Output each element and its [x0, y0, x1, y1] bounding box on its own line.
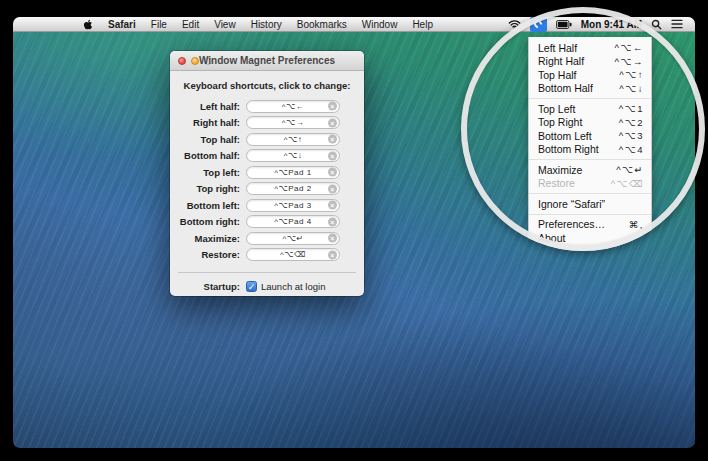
shortcut-field-bottom-left[interactable]: ^⌥Pad 3× [246, 199, 340, 212]
menu-item-label: About [538, 232, 644, 244]
clear-shortcut-button[interactable]: × [328, 250, 337, 259]
menu-item-shortcut: ⌘, [629, 219, 644, 230]
checkmark-icon: ✓ [248, 282, 256, 292]
screenshot-stage: Safari File Edit View History Bookmarks … [0, 0, 708, 461]
row-label: Bottom half: [170, 150, 246, 161]
shortcut-value: ^⌥↓ [284, 151, 302, 160]
clear-shortcut-button[interactable]: × [328, 151, 337, 160]
menu-item-shortcut: ^⌥← [615, 42, 644, 53]
menu-item-label: Top Left [538, 103, 619, 115]
clear-shortcut-button[interactable]: × [328, 217, 337, 226]
menu-bookmarks[interactable]: Bookmarks [297, 19, 347, 30]
launch-at-login-label: Launch at login [261, 281, 325, 292]
notification-center-icon[interactable] [671, 19, 683, 29]
clear-shortcut-button[interactable]: × [328, 201, 337, 210]
menu-item-label: Bottom Right [538, 143, 619, 155]
menu-safari[interactable]: Safari [108, 19, 136, 30]
shortcut-row-top-half: Top half: ^⌥↑× [170, 131, 364, 148]
menu-item-label: Top Half [538, 69, 619, 81]
menu-item-maximize[interactable]: Maximize^⌥↵ [529, 163, 651, 177]
clear-shortcut-button[interactable]: × [328, 118, 337, 127]
shortcut-value: ^⌥Pad 2 [274, 184, 311, 193]
shortcut-field-top-left[interactable]: ^⌥Pad 1× [246, 166, 340, 179]
shortcut-field-top-right[interactable]: ^⌥Pad 2× [246, 182, 340, 195]
shortcut-value: ^⌥↑ [284, 135, 302, 144]
menu-help[interactable]: Help [412, 19, 433, 30]
menu-history[interactable]: History [251, 19, 282, 30]
menu-item-label: Bottom Half [538, 82, 619, 94]
shortcut-field-left-half[interactable]: ^⌥←× [246, 100, 340, 113]
menu-edit[interactable]: Edit [182, 19, 199, 30]
menu-item-top-right[interactable]: Top Right^⌥2 [529, 116, 651, 130]
row-label: Right half: [170, 117, 246, 128]
instruction-text: Keyboard shortcuts, click to change: [170, 80, 364, 91]
startup-label: Startup: [170, 281, 246, 292]
shortcut-row-top-right: Top right: ^⌥Pad 2× [170, 181, 364, 198]
startup-row: Startup: ✓ Launch at login [170, 281, 364, 292]
shortcut-value: ^⌥← [282, 102, 304, 111]
menu-item-shortcut: ^⌥↓ [619, 83, 644, 94]
menu-item-label: Right Half [538, 55, 615, 67]
row-label: Top half: [170, 134, 246, 145]
shortcut-field-bottom-right[interactable]: ^⌥Pad 4× [246, 215, 340, 228]
menu-item-shortcut: ^⌥↑ [619, 69, 644, 80]
clear-shortcut-button[interactable]: × [328, 184, 337, 193]
shortcut-field-right-half[interactable]: ^⌥→× [246, 116, 340, 129]
row-label: Left half: [170, 101, 246, 112]
shortcut-field-bottom-half[interactable]: ^⌥↓× [246, 149, 340, 162]
shortcut-value: ^⌥→ [282, 118, 304, 127]
window-divider [178, 272, 356, 273]
menu-item-ignore-safari[interactable]: Ignore “Safari” [529, 197, 651, 211]
apple-menu-icon[interactable] [83, 19, 93, 30]
shortcut-row-restore: Restore: ^⌥⌫× [170, 247, 364, 264]
menu-separator [529, 159, 651, 160]
shortcut-field-restore[interactable]: ^⌥⌫× [246, 248, 340, 261]
shortcut-field-top-half[interactable]: ^⌥↑× [246, 133, 340, 146]
menu-item-top-half[interactable]: Top Half^⌥↑ [529, 68, 651, 82]
menu-separator [529, 214, 651, 215]
row-label: Bottom right: [170, 216, 246, 227]
menu-item-preferences[interactable]: Preferences…⌘, [529, 218, 651, 232]
clear-shortcut-button[interactable]: × [328, 168, 337, 177]
launch-at-login-checkbox[interactable]: ✓ [246, 281, 257, 292]
shortcut-row-maximize: Maximize: ^⌥↵× [170, 230, 364, 247]
menu-view[interactable]: View [214, 19, 236, 30]
menu-item-right-half[interactable]: Right Half^⌥→ [529, 55, 651, 69]
window-title: Window Magnet Preferences [170, 55, 364, 66]
menu-item-label: Maximize [538, 164, 616, 176]
row-label: Maximize: [170, 233, 246, 244]
menu-file[interactable]: File [151, 19, 167, 30]
shortcut-row-top-left: Top left: ^⌥Pad 1× [170, 164, 364, 181]
row-label: Restore: [170, 249, 246, 260]
menu-bar-left: Safari File Edit View History Bookmarks … [83, 19, 433, 30]
menu-item-shortcut: ^⌥3 [619, 130, 644, 141]
window-magnet-dropdown-menu: Left Half^⌥← Right Half^⌥→ Top Half^⌥↑ B… [528, 37, 652, 251]
shortcut-row-bottom-left: Bottom left: ^⌥Pad 3× [170, 197, 364, 214]
menu-item-label: Top Right [538, 116, 619, 128]
menu-item-bottom-right[interactable]: Bottom Right^⌥4 [529, 143, 651, 157]
menu-item-shortcut: ^⌥2 [619, 117, 644, 128]
menu-item-shortcut: ^⌥⌫ [611, 178, 644, 189]
menu-item-left-half[interactable]: Left Half^⌥← [529, 41, 651, 55]
shortcut-row-bottom-right: Bottom right: ^⌥Pad 4× [170, 214, 364, 231]
row-label: Top left: [170, 167, 246, 178]
shortcut-row-right-half: Right half: ^⌥→× [170, 115, 364, 132]
menu-item-shortcut: ^⌥1 [619, 103, 644, 114]
menu-item-top-left[interactable]: Top Left^⌥1 [529, 102, 651, 116]
shortcut-field-maximize[interactable]: ^⌥↵× [246, 232, 340, 245]
menu-item-shortcut: ^⌥→ [615, 56, 644, 67]
clear-shortcut-button[interactable]: × [328, 234, 337, 243]
menu-item-bottom-left[interactable]: Bottom Left^⌥3 [529, 129, 651, 143]
shortcut-value: ^⌥Pad 4 [274, 217, 311, 226]
clear-shortcut-button[interactable]: × [328, 102, 337, 111]
menu-item-label: Preferences… [538, 218, 629, 230]
menu-item-label: Restore [538, 177, 611, 189]
menu-item-bottom-half[interactable]: Bottom Half^⌥↓ [529, 82, 651, 96]
title-bar[interactable]: Window Magnet Preferences [170, 51, 364, 71]
menu-window[interactable]: Window [362, 19, 398, 30]
shortcut-value: ^⌥Pad 3 [274, 201, 311, 210]
menu-item-shortcut: ^⌥↵ [616, 164, 644, 175]
menu-item-label: Ignore “Safari” [538, 198, 644, 210]
menu-item-shortcut: ^⌥4 [619, 144, 644, 155]
clear-shortcut-button[interactable]: × [328, 135, 337, 144]
